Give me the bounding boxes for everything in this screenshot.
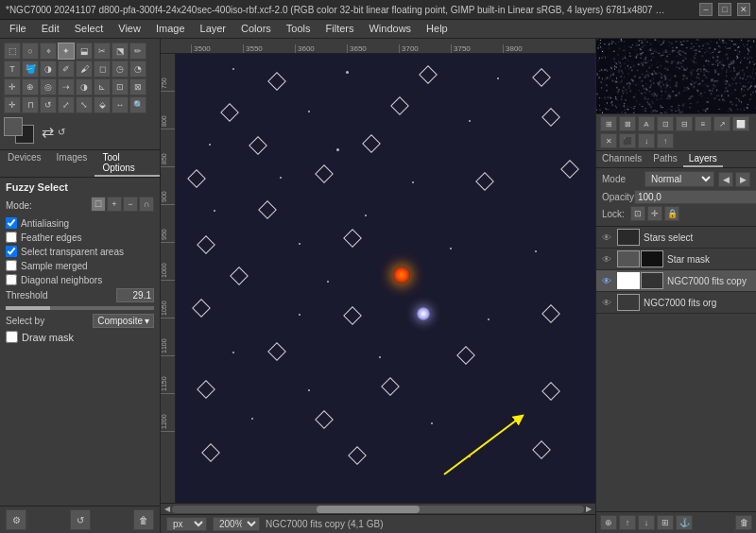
tool-text[interactable]: T xyxy=(4,60,21,77)
tool-transform[interactable]: ⊠ xyxy=(129,78,146,95)
draw-mask-checkbox[interactable] xyxy=(6,331,18,343)
tool-smudge[interactable]: ⇢ xyxy=(58,78,75,95)
layer-item-ngc7000-org[interactable]: 👁 NGC7000 fits org xyxy=(596,292,756,314)
menu-item-tools[interactable]: Tools xyxy=(281,22,317,36)
layer-visibility-stars-select[interactable]: 👁 xyxy=(600,231,613,244)
maximize-button[interactable]: □ xyxy=(718,3,731,16)
lock-position-btn[interactable]: ✛ xyxy=(647,206,662,221)
restore-button[interactable]: ↺ xyxy=(70,509,91,530)
transparent-checkbox[interactable] xyxy=(6,246,17,257)
rt-btn4[interactable]: ⊡ xyxy=(657,116,674,131)
new-layer-btn[interactable]: ⊕ xyxy=(600,515,617,530)
tool-flip[interactable]: ↔ xyxy=(112,96,129,113)
scroll-left-button[interactable]: ◀ xyxy=(163,505,172,513)
tool-blend[interactable]: ◑ xyxy=(40,60,57,77)
tool-clone[interactable]: ⊕ xyxy=(22,78,39,95)
tool-paths[interactable]: ✏ xyxy=(129,43,146,60)
tool-zoom[interactable]: 🔍 xyxy=(129,96,146,113)
delete-button[interactable]: 🗑 xyxy=(133,509,154,530)
close-button[interactable]: ✕ xyxy=(737,3,750,16)
layer-item-stars-select[interactable]: 👁 Stars select xyxy=(596,227,756,249)
tab-devices[interactable]: Devices xyxy=(0,150,49,177)
tool-select-by-color[interactable]: ⬓ xyxy=(76,43,93,60)
threshold-slider[interactable] xyxy=(6,306,154,310)
canvas-scrollbar-horizontal[interactable]: ◀ ▶ xyxy=(161,503,595,514)
tool-ellipse-select[interactable]: ○ xyxy=(22,43,39,60)
tool-paintbrush[interactable]: 🖌 xyxy=(76,60,93,77)
layer-item-ngc7000-copy[interactable]: 👁 NGC7000 fits copy xyxy=(596,270,756,292)
tool-shear[interactable]: ⤡ xyxy=(76,96,93,113)
raise-layer-btn[interactable]: ↑ xyxy=(619,515,636,530)
tool-move[interactable]: ✛ xyxy=(4,96,21,113)
tool-fuzzy-select[interactable]: ✦ xyxy=(58,43,75,60)
tool-foreground-select[interactable]: ⬔ xyxy=(112,43,129,60)
layer-mode-select[interactable]: Normal Multiply Screen xyxy=(644,171,714,187)
mode-intersect[interactable]: ∩ xyxy=(139,197,154,212)
tab-paths[interactable]: Paths xyxy=(647,151,683,167)
menu-item-filters[interactable]: Filters xyxy=(320,22,360,36)
mode-prev-btn[interactable]: ◀ xyxy=(718,172,733,187)
menu-item-layer[interactable]: Layer xyxy=(195,22,232,36)
rt-btn7[interactable]: ↗ xyxy=(713,116,730,131)
tool-ink[interactable]: ◔ xyxy=(129,60,146,77)
threshold-input[interactable]: 29.1 xyxy=(116,288,154,302)
tool-heal[interactable]: ✛ xyxy=(4,78,21,95)
feather-checkbox[interactable] xyxy=(6,232,17,243)
layer-item-star-mask[interactable]: 👁 Star mask xyxy=(596,249,756,270)
antialiasing-checkbox[interactable] xyxy=(6,217,17,229)
menu-item-colors[interactable]: Colors xyxy=(235,22,277,36)
lower-layer-btn[interactable]: ↓ xyxy=(638,515,655,530)
tool-bucket[interactable]: 🪣 xyxy=(22,60,39,77)
tool-dodge-burn[interactable]: ◑ xyxy=(76,78,93,95)
reset-colors-button[interactable]: ↺ xyxy=(58,127,65,137)
sample-checkbox[interactable] xyxy=(6,260,17,271)
mode-subtract[interactable]: − xyxy=(123,197,138,212)
opacity-input[interactable] xyxy=(634,190,756,204)
select-by-dropdown[interactable]: Composite ▾ xyxy=(93,314,154,328)
unit-select[interactable]: px % mm xyxy=(166,517,207,531)
rt-btn8[interactable]: ⬜ xyxy=(732,116,749,131)
tool-pencil[interactable]: ✐ xyxy=(58,60,75,77)
tab-layers[interactable]: Layers xyxy=(683,151,723,167)
layer-visibility-ngc7000-org[interactable]: 👁 xyxy=(600,296,613,309)
menu-item-edit[interactable]: Edit xyxy=(36,22,65,36)
rt-btn11[interactable]: ↓ xyxy=(638,133,655,148)
mode-next-btn[interactable]: ▶ xyxy=(735,172,750,187)
menu-item-help[interactable]: Help xyxy=(421,22,454,36)
config-button[interactable]: ⚙ xyxy=(6,509,26,530)
minimize-button[interactable]: – xyxy=(699,3,713,16)
tool-perspective[interactable]: ⬙ xyxy=(94,96,111,113)
scroll-thumb[interactable] xyxy=(317,506,420,513)
diagonal-checkbox[interactable] xyxy=(6,274,17,285)
delete-layer-btn[interactable]: 🗑 xyxy=(735,515,752,530)
rt-btn3[interactable]: A xyxy=(638,116,655,131)
tool-free-select[interactable]: ⌖ xyxy=(40,43,57,60)
rt-btn12[interactable]: ↑ xyxy=(657,133,674,148)
tool-airbrush[interactable]: ◷ xyxy=(112,60,129,77)
rt-btn2[interactable]: ⊠ xyxy=(619,116,636,131)
zoom-select[interactable]: 200% 100% 50% xyxy=(213,517,260,531)
layer-visibility-ngc7000-copy[interactable]: 👁 xyxy=(600,274,613,287)
rt-btn9[interactable]: ✕ xyxy=(600,133,617,148)
mode-add[interactable]: + xyxy=(107,197,122,212)
menu-item-windows[interactable]: Windows xyxy=(363,22,417,36)
foreground-color-swatch[interactable] xyxy=(4,117,23,136)
rt-btn6[interactable]: ≡ xyxy=(695,116,712,131)
rt-btn10[interactable]: ⬛ xyxy=(619,133,636,148)
tool-rotate[interactable]: ↺ xyxy=(40,96,57,113)
scroll-right-button[interactable]: ▶ xyxy=(584,505,593,513)
tool-crop[interactable]: ⊓ xyxy=(22,96,39,113)
tool-scale[interactable]: ⤢ xyxy=(58,96,75,113)
menu-item-image[interactable]: Image xyxy=(150,22,191,36)
scroll-track[interactable] xyxy=(172,506,584,513)
tool-measure[interactable]: ⊾ xyxy=(94,78,111,95)
tool-scissors[interactable]: ✂ xyxy=(94,43,111,60)
lock-pixels-btn[interactable]: ⊡ xyxy=(630,206,645,221)
canvas[interactable] xyxy=(176,54,595,503)
mode-replace[interactable]: ☐ xyxy=(91,197,106,212)
menu-item-view[interactable]: View xyxy=(112,22,146,36)
tab-images[interactable]: Images xyxy=(49,150,95,177)
menu-item-select[interactable]: Select xyxy=(69,22,110,36)
layer-visibility-star-mask[interactable]: 👁 xyxy=(600,252,613,266)
rt-config-btn[interactable]: ⊞ xyxy=(600,116,617,131)
